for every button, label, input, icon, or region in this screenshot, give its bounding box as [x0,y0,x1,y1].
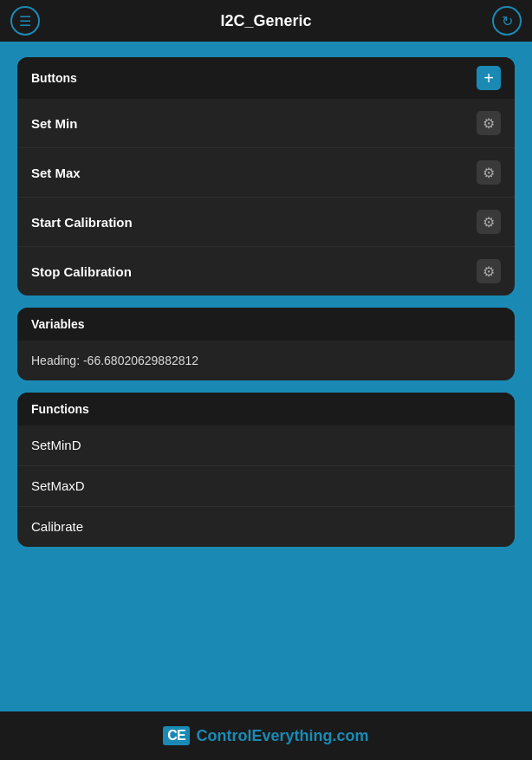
app-title: I2C_Generic [40,12,492,30]
app-footer: CE ControlEverything.com [0,711,532,760]
stop-calibration-row: Stop Calibration ⚙ [17,247,515,296]
set-max-d-row[interactable]: SetMaxD [17,466,515,507]
stop-calibration-label: Stop Calibration [31,264,132,279]
variables-section-label: Variables [31,317,85,331]
footer-logo: CE ControlEverything.com [163,726,368,745]
start-calibration-gear-button[interactable]: ⚙ [477,210,501,234]
start-calibration-label: Start Calibration [31,215,133,230]
brand-name: ControlEverything.com [197,727,369,745]
start-calibration-row: Start Calibration ⚙ [17,198,515,247]
set-min-row: Set Min ⚙ [17,99,515,148]
buttons-section-header: Buttons + [17,57,515,99]
calibrate-label: Calibrate [31,519,83,534]
gear-icon: ⚙ [483,263,495,280]
stop-calibration-gear-button[interactable]: ⚙ [477,259,501,283]
set-min-d-label: SetMinD [31,438,81,452]
heading-variable: Heading: -66.68020629882812 [31,354,198,367]
functions-section-label: Functions [31,402,89,416]
gear-icon: ⚙ [483,214,495,231]
functions-section-header: Functions [17,393,515,425]
buttons-section: Buttons + Set Min ⚙ Set Max ⚙ Start Cali… [17,57,515,296]
menu-button[interactable]: ☰ [10,6,40,36]
calibrate-row[interactable]: Calibrate [17,507,515,547]
refresh-button[interactable]: ↻ [492,6,522,36]
main-content: Buttons + Set Min ⚙ Set Max ⚙ Start Cali… [0,42,532,711]
set-min-label: Set Min [31,116,77,131]
set-min-d-row[interactable]: SetMinD [17,425,515,466]
add-button-btn[interactable]: + [477,66,501,90]
ce-logo: CE [163,726,189,745]
variables-section: Variables Heading: -66.68020629882812 [17,308,515,380]
app-header: ☰ I2C_Generic ↻ [0,0,532,42]
variables-content: Heading: -66.68020629882812 [17,341,515,380]
functions-section: Functions SetMinD SetMaxD Calibrate [17,393,515,547]
menu-icon: ☰ [19,13,31,29]
set-max-label: Set Max [31,166,81,180]
set-max-gear-button[interactable]: ⚙ [477,160,501,185]
set-max-d-label: SetMaxD [31,478,85,493]
variables-section-header: Variables [17,308,515,341]
refresh-icon: ↻ [502,13,513,29]
set-max-row: Set Max ⚙ [17,148,515,198]
gear-icon: ⚙ [483,165,495,181]
gear-icon: ⚙ [483,115,495,132]
set-min-gear-button[interactable]: ⚙ [477,111,501,135]
buttons-section-label: Buttons [31,71,77,85]
